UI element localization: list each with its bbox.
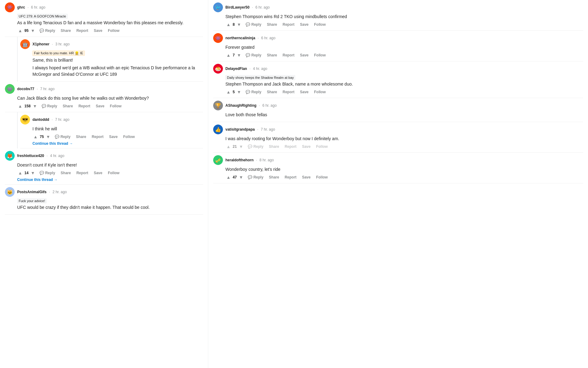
report-button[interactable]: Report	[283, 143, 298, 150]
avatar: 🐦	[213, 2, 223, 12]
username[interactable]: BirdLawyer50	[225, 5, 250, 10]
username[interactable]: dantoddd	[32, 117, 49, 122]
share-button[interactable]: Share	[59, 27, 73, 34]
upvote-button[interactable]: ▲	[17, 170, 23, 176]
timestamp: ·	[37, 87, 38, 91]
username[interactable]: AShaughRighting	[225, 103, 256, 108]
save-button[interactable]: Save	[92, 27, 104, 34]
downvote-button[interactable]: ▼	[236, 52, 242, 58]
save-button[interactable]: Save	[298, 21, 310, 28]
upvote-button[interactable]: ▲	[225, 89, 232, 95]
downvote-button[interactable]: ▼	[30, 28, 36, 34]
save-button[interactable]: Save	[298, 89, 310, 95]
upvote-button[interactable]: ▲	[225, 174, 232, 180]
comment-header: 😎 dantoddd · 7 hr. ago	[20, 115, 203, 125]
username[interactable]: freshlettuce420	[17, 154, 44, 158]
username[interactable]: ghrc	[17, 5, 25, 10]
report-button[interactable]: Report	[74, 170, 90, 176]
downvote-button[interactable]: ▼	[238, 174, 244, 180]
timestamp: ·	[250, 67, 251, 71]
report-button[interactable]: Report	[90, 133, 105, 140]
avatar: 👾	[5, 84, 15, 94]
downvote-button[interactable]: ▼	[236, 21, 242, 28]
reply-button[interactable]: 💬 Reply	[246, 174, 265, 181]
share-button[interactable]: Share	[265, 52, 279, 59]
comment-northerncalininja: 👾 northerncalininja · 6 hr. ago Forever …	[213, 31, 583, 61]
save-button[interactable]: Save	[92, 170, 104, 176]
comment-vatisitgrandpapa: 👍 vatisitgrandpapa · 7 hr. ago I was alr…	[213, 122, 583, 153]
comment-actions: ▲ 14 ▼ 💬 Reply Share Report Save Follow	[17, 170, 203, 176]
avatar: 👾	[5, 2, 15, 12]
upvote-button[interactable]: ▲	[17, 103, 23, 109]
comment-header: 👾 docobv77 · 7 hr. ago	[5, 84, 203, 94]
downvote-button[interactable]: ▼	[30, 170, 36, 176]
reply-button[interactable]: 💬 Reply	[38, 170, 57, 176]
timestamp: 7 hr. ago	[261, 127, 275, 132]
save-button[interactable]: Save	[94, 103, 106, 109]
continue-thread-link[interactable]: Continue this thread →	[32, 141, 203, 146]
svg-text:🍮: 🍮	[215, 66, 221, 72]
reply-button[interactable]: 💬 Reply	[244, 21, 263, 28]
username[interactable]: vatisitgrandpapa	[225, 127, 255, 132]
upvote-button[interactable]: ▲	[17, 28, 23, 34]
follow-button[interactable]: Follow	[312, 89, 327, 95]
vote-count: 75	[40, 135, 44, 139]
follow-button[interactable]: Follow	[312, 21, 327, 28]
downvote-button[interactable]: ▼	[238, 144, 244, 150]
share-button[interactable]: Share	[267, 174, 281, 181]
share-button[interactable]: Share	[265, 89, 279, 95]
timestamp: ·	[252, 5, 253, 10]
username[interactable]: PostsAnimalGifs	[17, 190, 47, 194]
vote-count: 47	[233, 175, 237, 179]
follow-button[interactable]: Follow	[312, 52, 327, 59]
continue-thread-link[interactable]: Continue this thread →	[17, 178, 203, 182]
downvote-button[interactable]: ▼	[32, 103, 38, 109]
comment-header: 👍 vatisitgrandpapa · 7 hr. ago	[213, 125, 583, 134]
upvote-button[interactable]: ▲	[225, 52, 232, 58]
follow-button[interactable]: Follow	[108, 103, 123, 109]
username[interactable]: heraldofthehorn	[225, 158, 254, 162]
share-button[interactable]: Share	[267, 143, 281, 150]
reply-button[interactable]: 💬 Reply	[244, 52, 263, 59]
share-button[interactable]: Share	[59, 170, 73, 176]
user-flair: Fuck your advice!	[17, 198, 47, 203]
report-button[interactable]: Report	[281, 52, 296, 59]
upvote-button[interactable]: ▲	[32, 134, 39, 140]
username[interactable]: northerncalininja	[225, 36, 255, 40]
follow-button[interactable]: Follow	[106, 27, 121, 34]
report-button[interactable]: Report	[74, 27, 90, 34]
reply-button[interactable]: 💬 Reply	[38, 27, 57, 34]
share-button[interactable]: Share	[74, 133, 88, 140]
share-button[interactable]: Share	[265, 21, 279, 28]
upvote-button[interactable]: ▲	[225, 144, 232, 150]
save-button[interactable]: Save	[300, 174, 312, 181]
username[interactable]: DelayedFlan	[225, 67, 247, 71]
report-button[interactable]: Report	[283, 174, 298, 181]
save-button[interactable]: Save	[300, 143, 312, 150]
downvote-button[interactable]: ▼	[236, 89, 242, 95]
downvote-button[interactable]: ▼	[45, 134, 51, 140]
username[interactable]: X1phoner	[32, 42, 49, 46]
reply-button[interactable]: 💬 Reply	[244, 89, 263, 95]
reply-button[interactable]: 💬 Reply	[53, 133, 72, 140]
upvote-button[interactable]: ▲	[225, 21, 232, 28]
save-button[interactable]: Save	[107, 133, 119, 140]
comment-actions: ▲ 8 ▼ 💬 Reply Share Report Save Follow	[225, 21, 583, 28]
report-button[interactable]: Report	[77, 103, 92, 109]
share-button[interactable]: Share	[61, 103, 75, 109]
report-button[interactable]: Report	[281, 21, 296, 28]
follow-button[interactable]: Follow	[121, 133, 137, 140]
left-comments-panel: 👾 ghrc · 6 hr. ago UFC 279: A GOOFCON Mi…	[0, 0, 208, 368]
report-button[interactable]: Report	[281, 89, 296, 95]
comment-header: 🎺 heraldofthehorn · 8 hr. ago	[213, 155, 583, 165]
username[interactable]: docobv77	[17, 87, 34, 91]
follow-button[interactable]: Follow	[106, 170, 121, 176]
avatar: 👾	[213, 33, 223, 43]
follow-button[interactable]: Follow	[314, 143, 330, 150]
reply-button[interactable]: 💬 Reply	[40, 103, 59, 109]
timestamp: ·	[52, 117, 53, 122]
follow-button[interactable]: Follow	[314, 174, 330, 181]
save-button[interactable]: Save	[298, 52, 310, 59]
reply-button[interactable]: 💬 Reply	[246, 143, 265, 150]
comment-x1phoner-nested: 🤖 X1phoner · 3 hr. ago Fair fucks to you…	[17, 37, 203, 82]
